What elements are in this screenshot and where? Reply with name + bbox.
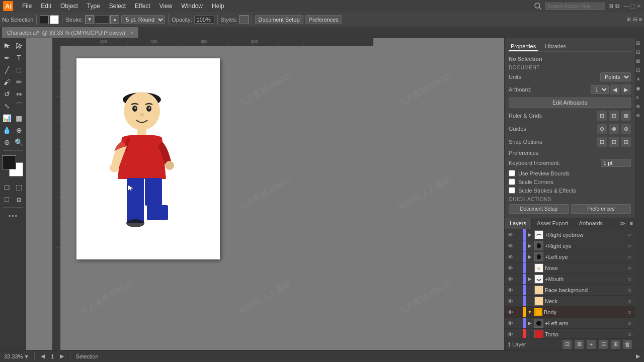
right-edge-icon-4[interactable]: ⊡ (636, 67, 643, 74)
expand-btn-2[interactable]: ▶ (526, 243, 534, 248)
layer-row-left-eye[interactable]: 👁 ▶ +Left eye ○ (505, 251, 635, 262)
visibility-toggle-1[interactable]: 👁 (505, 232, 516, 238)
expand-btn-9[interactable]: ▶ (526, 320, 534, 326)
target-1[interactable]: ○ (626, 231, 633, 238)
visibility-toggle-7[interactable]: 👁 (505, 298, 516, 304)
move-to-btn[interactable]: ⊟ (599, 340, 608, 349)
tab-libraries[interactable]: Libraries (543, 42, 568, 51)
right-edge-icon-9[interactable]: ⊗ (636, 113, 643, 120)
foreground-color-box[interactable] (2, 155, 16, 169)
delete-layer-btn[interactable]: 🗑 (623, 340, 632, 349)
stroke-type-select[interactable]: 5 pt. Round (121, 15, 165, 24)
panel-menu-btn[interactable]: ≡ (628, 218, 635, 229)
scale-strokes-checkbox[interactable] (509, 187, 515, 194)
visibility-toggle-3[interactable]: 👁 (505, 254, 516, 260)
gradient-mode-btn[interactable]: ⬚ (14, 182, 25, 193)
snap-icon-1[interactable]: ⊡ (597, 137, 607, 147)
guides-grid-btn[interactable]: ⊠ (621, 111, 631, 121)
right-edge-icon-5[interactable]: ☀ (636, 76, 643, 83)
menu-effect[interactable]: Effect (131, 2, 154, 11)
expand-btn-1[interactable]: ▶ (526, 232, 534, 237)
quick-doc-setup-btn[interactable]: Document Setup (509, 204, 569, 214)
warp-tool-btn[interactable]: ⌒ (14, 101, 25, 112)
target-3[interactable]: ○ (626, 253, 633, 260)
snap-icon-2[interactable]: ⊟ (609, 137, 619, 147)
next-artboard-btn[interactable]: ▶ (59, 353, 65, 359)
paintbrush-tool-btn[interactable]: 🖌 (2, 76, 13, 87)
line-tool-btn[interactable]: ╱ (2, 64, 13, 75)
layers-tab-layers[interactable]: Layers (505, 218, 532, 229)
menu-file[interactable]: File (18, 2, 36, 11)
document-tab[interactable]: Character.ai* @ 33.33 % (CMYK/CPU Previe… (2, 27, 139, 38)
zoom-down-btn[interactable]: ▼ (24, 353, 29, 359)
blend-tool-btn[interactable]: ⊕ (14, 125, 25, 136)
layer-row-nose[interactable]: 👁 ▶ Nose ○ (505, 262, 635, 274)
artboard-select[interactable]: 1 (591, 85, 609, 94)
make-comp-btn[interactable]: ⊠ (575, 340, 584, 349)
expand-btn-3[interactable]: ▶ (526, 254, 534, 259)
document-setup-btn[interactable]: Document Setup (255, 15, 303, 24)
prev-artboard-btn[interactable]: ◀ (40, 353, 46, 359)
target-5[interactable]: ○ (626, 276, 633, 283)
grid-icon-btn[interactable]: ⊟ (609, 111, 619, 121)
menu-view[interactable]: View (155, 2, 177, 11)
artboard-prev-btn[interactable]: ◀ (610, 84, 620, 95)
guide-icon-2[interactable]: ⊗ (609, 124, 619, 134)
scale-tool-btn[interactable]: ⤡ (2, 101, 13, 112)
color-selector[interactable] (2, 155, 24, 177)
menu-type[interactable]: Type (83, 2, 104, 11)
menu-help[interactable]: Help (208, 2, 228, 11)
units-select[interactable]: Points (600, 72, 631, 81)
type-tool-btn[interactable]: T (14, 52, 25, 63)
menu-window[interactable]: Window (177, 2, 207, 11)
ruler-icon-btn[interactable]: ⊞ (597, 111, 607, 121)
artboard-next-btn[interactable]: ▶ (621, 84, 631, 95)
right-edge-icon-2[interactable]: ⊟ (636, 49, 643, 56)
zoom-tool-btn[interactable]: 🔍 (14, 137, 25, 148)
make-mask-btn[interactable]: ⊡ (562, 340, 572, 349)
expand-btn-8[interactable]: ▼ (526, 309, 534, 315)
menu-edit[interactable]: Edit (37, 2, 55, 11)
guide-icon-1[interactable]: ⊕ (597, 124, 607, 134)
expand-btn-5[interactable]: ▶ (526, 276, 534, 282)
target-6[interactable]: ○ (626, 287, 633, 294)
layer-row-right-eye[interactable]: 👁 ▶ +Right eye ○ (505, 240, 635, 251)
use-preview-bounds-checkbox[interactable] (509, 170, 515, 176)
stroke-value-input[interactable] (95, 16, 110, 24)
scale-corners-checkbox[interactable] (509, 178, 515, 185)
layers-tab-asset-export[interactable]: Asset Export (532, 218, 574, 229)
layer-row-right-eyebrow[interactable]: 👁 ▶ +Right eyebrow ○ (505, 229, 635, 240)
target-7[interactable]: ○ (626, 298, 633, 305)
quick-preferences-btn[interactable]: Preferences (571, 204, 631, 214)
rect-tool-btn[interactable]: □ (14, 64, 25, 75)
layer-row-body[interactable]: 👁 ▼ Body ○ (505, 307, 635, 318)
snap-icon-3[interactable]: ⊞ (621, 137, 631, 147)
stroke-mode-btn[interactable]: ◻ (2, 182, 13, 193)
target-2[interactable]: ○ (626, 242, 633, 249)
visibility-toggle-6[interactable]: 👁 (505, 287, 516, 293)
workspace-icon[interactable]: ⊞ (608, 3, 613, 10)
template-btn[interactable]: ⊞ (611, 340, 620, 349)
layer-row-mouth[interactable]: 👁 ▶ +Mouth ○ (505, 274, 635, 285)
menu-object[interactable]: Object (56, 2, 82, 11)
visibility-toggle-9[interactable]: 👁 (505, 320, 516, 326)
mirror-tool-btn[interactable]: ⇔ (14, 88, 25, 100)
visibility-toggle-2[interactable]: 👁 (505, 243, 516, 249)
visibility-toggle-5[interactable]: 👁 (505, 276, 516, 282)
preferences-btn[interactable]: Preferences (305, 15, 342, 24)
arrange-icon[interactable]: ⧉ (615, 3, 620, 10)
help-search-input[interactable] (545, 3, 605, 10)
add-layer-btn[interactable]: + (587, 340, 596, 349)
visibility-toggle-4[interactable]: 👁 (505, 265, 516, 271)
normal-mode-btn[interactable]: □ (2, 194, 13, 205)
target-8[interactable]: ○ (626, 309, 633, 316)
stroke-up-btn[interactable]: ▲ (110, 15, 119, 24)
pen-tool-btn[interactable]: ✒ (2, 52, 13, 63)
visibility-toggle-8[interactable]: 👁 (505, 309, 516, 315)
visibility-toggle-10[interactable]: 👁 (505, 331, 516, 337)
menu-select[interactable]: Select (105, 2, 130, 11)
right-edge-icon-8[interactable]: ⊕ (636, 104, 643, 111)
right-edge-icon-1[interactable]: ⊞ (636, 40, 643, 47)
tab-properties[interactable]: Properties (509, 42, 538, 51)
behind-mode-btn[interactable]: ⧈ (14, 194, 25, 205)
